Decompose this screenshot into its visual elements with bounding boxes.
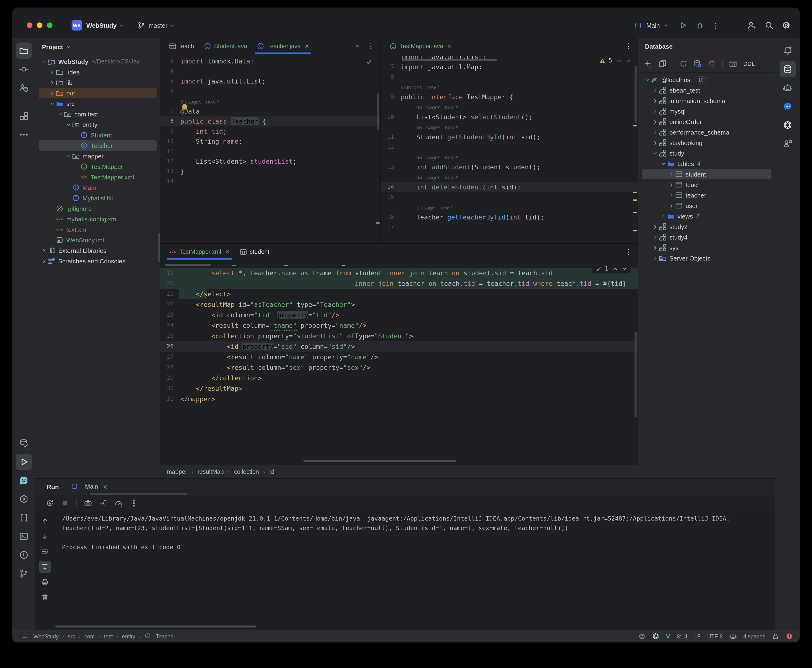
next-problem-icon[interactable] xyxy=(621,266,627,272)
branch-selector[interactable]: master xyxy=(137,20,175,30)
editor-scrollbar[interactable] xyxy=(635,332,637,418)
chevron-right-icon[interactable] xyxy=(652,140,659,145)
caret-position[interactable]: 8:14 xyxy=(677,633,687,639)
import-button[interactable] xyxy=(99,499,107,507)
tab-teacher-java[interactable]: CTeacher.java✕ xyxy=(252,38,314,54)
debug-button[interactable] xyxy=(695,20,705,30)
close-window-button[interactable] xyxy=(27,22,32,28)
code-line[interactable]: 10 List<Student> selectStudent(); xyxy=(381,112,638,122)
database-panel-header[interactable]: Database xyxy=(639,38,775,55)
breadcrumb-mapper[interactable]: mapper xyxy=(167,468,187,475)
database-item-server-objects[interactable]: Server Objects xyxy=(642,253,772,263)
editor-scrollbar[interactable] xyxy=(377,93,379,130)
code-with-me-button[interactable] xyxy=(747,20,757,30)
project-item-main[interactable]: CMain xyxy=(38,182,157,193)
ai-robot-button[interactable] xyxy=(779,80,795,96)
project-item-mybatis-config-xml[interactable]: </>mybatis-config.xml xyxy=(38,214,157,224)
assistant-mascot-button[interactable] xyxy=(15,473,32,489)
settings-button[interactable] xyxy=(782,20,791,30)
zoom-window-button[interactable] xyxy=(47,22,52,28)
chevron-right-icon[interactable] xyxy=(668,172,675,177)
code-line[interactable]: 11 Student getStudentById(int sid); xyxy=(381,132,638,142)
project-item--gitignore[interactable]: .gitignore xyxy=(38,203,157,214)
code-line[interactable]: 13} xyxy=(160,167,380,177)
terminal-button[interactable] xyxy=(15,528,32,544)
code-line[interactable]: 30 </resultMap> xyxy=(160,383,638,394)
tab-testmapper-java[interactable]: ITestMapper.java✕ xyxy=(385,38,457,54)
database-item-teach[interactable]: teach xyxy=(642,179,772,190)
chevron-down-icon[interactable] xyxy=(57,112,64,117)
down-button[interactable] xyxy=(38,530,51,543)
rerun-button[interactable] xyxy=(46,499,54,507)
testmapper-editor[interactable]: import java.util.List; 7import java.util… xyxy=(381,54,638,243)
more-actions-button[interactable]: ⋮ xyxy=(712,22,719,29)
database-check-button[interactable] xyxy=(15,435,32,451)
search-everywhere-button[interactable] xyxy=(764,20,774,30)
v-logo-icon[interactable]: V xyxy=(666,633,670,640)
minimize-window-button[interactable] xyxy=(37,22,42,28)
console-hscrollbar[interactable] xyxy=(35,624,775,630)
run-button[interactable] xyxy=(678,20,687,30)
chevron-right-icon[interactable] xyxy=(49,90,56,96)
chevron-right-icon[interactable] xyxy=(40,248,48,253)
database-item-study2[interactable]: study2 xyxy=(642,221,772,232)
status-breadcrumb-com[interactable]: com xyxy=(85,633,95,639)
usages-inlay-hint[interactable]: no usages new * xyxy=(401,125,458,130)
code-line[interactable]: 28 <result column="sex" property="sex"/> xyxy=(160,362,638,372)
code-line[interactable]: 3 usages new * xyxy=(160,96,380,107)
error-badge-button[interactable] xyxy=(786,633,793,640)
code-line[interactable]: 15 xyxy=(381,192,638,202)
database-item-performance-schema[interactable]: performance_schema xyxy=(642,127,772,137)
refresh-button[interactable] xyxy=(679,60,687,68)
breadcrumb-id[interactable]: id xyxy=(269,468,274,475)
stop-button[interactable] xyxy=(61,499,69,507)
tab-student[interactable]: student xyxy=(235,244,274,260)
project-item-src[interactable]: src xyxy=(38,98,157,109)
code-line[interactable]: 14 int deleteStudent(int sid); xyxy=(381,182,638,192)
chevron-right-button[interactable] xyxy=(761,60,769,68)
project-item-scratches-and-consoles[interactable]: Scratches and Consoles xyxy=(38,256,157,266)
database-item-staybooking[interactable]: staybooking xyxy=(642,137,772,148)
code-line[interactable]: 3import lombok.Data; xyxy=(160,56,380,66)
code-line[interactable]: 9 int tid; xyxy=(160,127,380,137)
chevron-right-icon[interactable] xyxy=(652,119,659,124)
git-branch-button[interactable] xyxy=(15,565,32,582)
status-breadcrumb-teacher[interactable]: Teacher xyxy=(156,633,175,639)
code-line[interactable]: 9public interface TestMapper { xyxy=(381,92,638,102)
gear-button[interactable] xyxy=(639,633,645,640)
project-item-out[interactable]: out xyxy=(38,88,157,98)
line-separator[interactable]: LF xyxy=(694,633,700,639)
code-line[interactable]: 4 xyxy=(160,66,380,76)
usages-inlay-hint[interactable]: 1 usage new * xyxy=(401,205,452,210)
window-controls[interactable] xyxy=(27,22,52,28)
chevron-right-icon[interactable] xyxy=(668,203,675,208)
editor-hscrollbar[interactable] xyxy=(402,59,497,60)
chevron-right-icon[interactable] xyxy=(40,258,48,264)
code-line[interactable]: 27 <result column="name" property="name"… xyxy=(160,352,638,362)
project-item-testmapper[interactable]: ITestMapper xyxy=(38,161,157,172)
profile-chat-button[interactable] xyxy=(779,135,795,152)
close-tab-icon[interactable]: ✕ xyxy=(225,248,230,255)
chevron-down-icon[interactable] xyxy=(40,59,48,64)
project-item-student[interactable]: CStudent xyxy=(38,130,157,140)
chevron-down-icon[interactable] xyxy=(660,161,667,166)
project-item-mybatisutil[interactable]: CMybatisUtil xyxy=(38,193,157,203)
database-item-teacher[interactable]: teacher xyxy=(642,190,772,200)
usages-inlay-hint[interactable]: no usages new * xyxy=(401,175,458,180)
code-line[interactable]: 8 xyxy=(381,72,638,82)
project-item-webstudy[interactable]: WebStudy~/Desktop/CS/Jav xyxy=(38,56,157,67)
code-line[interactable]: 17 xyxy=(381,222,638,232)
table-button[interactable] xyxy=(729,60,737,68)
project-item--idea[interactable]: .idea xyxy=(38,67,157,77)
code-line[interactable]: 11 xyxy=(160,147,380,157)
inspections-ok-icon[interactable] xyxy=(365,58,373,67)
chevron-down-icon[interactable] xyxy=(65,154,72,159)
editor-options-icon[interactable]: ⋮ xyxy=(625,42,632,50)
code-line[interactable]: 31</mapper> xyxy=(160,394,638,404)
intention-bulb-icon[interactable] xyxy=(182,104,187,109)
code-line[interactable]: 26 <id property="sid" column="sid"/> xyxy=(160,341,638,352)
unlock-button[interactable] xyxy=(772,633,779,640)
code-line[interactable]: 19 select *, teacher.name as tname from … xyxy=(160,268,638,278)
database-item-information-schema[interactable]: information_schema xyxy=(642,95,772,106)
code-line[interactable]: 1 usage new * xyxy=(381,202,638,212)
